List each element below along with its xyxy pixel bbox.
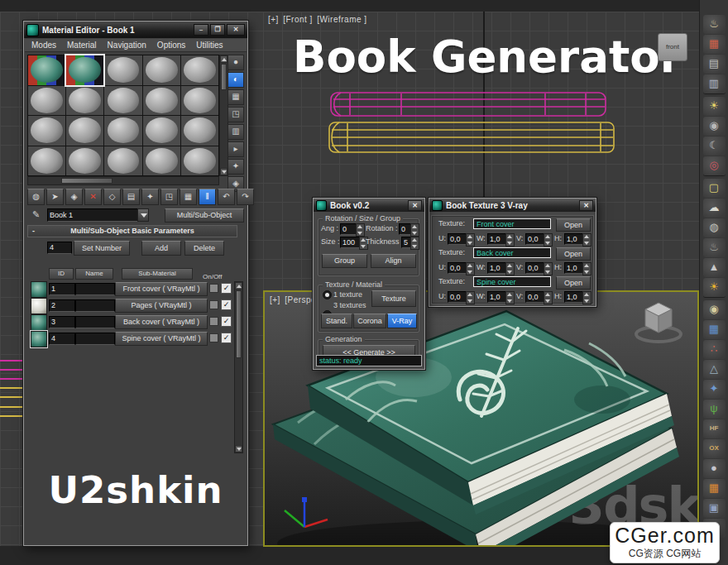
- v-spinner[interactable]: [544, 262, 553, 275]
- sub-material-thumbnail[interactable]: [31, 298, 47, 314]
- close-icon[interactable]: ✕: [227, 24, 245, 36]
- get-material-icon[interactable]: ◍: [27, 189, 45, 205]
- sub-material-button[interactable]: Spine cover ( VRayMtl ): [115, 332, 208, 346]
- add-button[interactable]: Add: [141, 241, 181, 256]
- video-post-icon[interactable]: ◎: [703, 156, 726, 176]
- cone-sample-icon[interactable]: ▲: [703, 258, 726, 277]
- texture-button[interactable]: Texture: [371, 290, 416, 307]
- scrollbar-thumb[interactable]: [236, 290, 242, 358]
- material-sample-slot[interactable]: [28, 116, 65, 146]
- material-name-dropdown[interactable]: Book 1: [47, 208, 141, 222]
- video-color-check-icon[interactable]: ▥: [228, 124, 244, 140]
- h-spinner[interactable]: [582, 291, 592, 304]
- viewcube[interactable]: [631, 297, 686, 345]
- material-sample-slot[interactable]: [143, 146, 180, 176]
- menu-options[interactable]: Options: [157, 41, 185, 50]
- scroll-down-arrow[interactable]: [235, 445, 242, 452]
- onoff-checkbox[interactable]: ✓: [221, 283, 232, 294]
- material-sample-slot[interactable]: [66, 116, 103, 146]
- material-sample-slot[interactable]: [104, 116, 141, 146]
- pick-material-pipette-icon[interactable]: ✎: [32, 209, 40, 220]
- batch-render-icon[interactable]: ▢: [703, 179, 726, 198]
- menu-utilities[interactable]: Utilities: [196, 41, 223, 50]
- name-field[interactable]: [75, 316, 115, 328]
- material-sample-slot[interactable]: [143, 116, 180, 146]
- rendered-frame-icon[interactable]: ▥: [703, 74, 726, 94]
- set-number-button[interactable]: Set Number: [74, 241, 130, 256]
- grass-icon[interactable]: ψ: [703, 400, 726, 419]
- material-sample-slot[interactable]: [28, 55, 65, 85]
- front-cover-field[interactable]: Front cover: [473, 218, 551, 229]
- scroll-up-arrow[interactable]: [220, 55, 228, 63]
- material-sample-slot[interactable]: [181, 116, 218, 146]
- clipboard-icon[interactable]: ▣: [703, 499, 726, 518]
- viewport-menu-shading[interactable]: [Wireframe ]: [317, 15, 366, 24]
- render-production-icon[interactable]: ♨: [703, 15, 726, 34]
- three-textures-label[interactable]: 3 textures: [333, 301, 366, 309]
- onoff-checkbox[interactable]: ✓: [221, 333, 232, 343]
- put-to-library-icon[interactable]: ▤: [122, 189, 140, 205]
- open-button[interactable]: Open: [556, 247, 591, 261]
- color-swatch[interactable]: [209, 300, 218, 309]
- close-icon[interactable]: ✕: [408, 200, 422, 211]
- material-sample-slot[interactable]: [28, 146, 65, 176]
- u-spinner[interactable]: [466, 233, 475, 247]
- name-column-header[interactable]: Name: [75, 268, 113, 280]
- molecule-icon[interactable]: ∴: [703, 340, 726, 359]
- minimize-icon[interactable]: –: [194, 24, 208, 36]
- align-button[interactable]: Align: [371, 254, 416, 268]
- rollout-collapse-icon[interactable]: -: [32, 226, 35, 236]
- w-spinner[interactable]: [505, 262, 515, 275]
- sunlight-icon[interactable]: ☀: [703, 278, 726, 298]
- material-sample-slot[interactable]: [28, 86, 65, 116]
- sub-material-thumbnail[interactable]: [31, 281, 47, 298]
- sub-material-column-header[interactable]: Sub-Material: [122, 268, 193, 280]
- go-to-parent-icon[interactable]: ↶: [218, 189, 235, 205]
- ang-spinner[interactable]: [356, 223, 365, 237]
- turtle-hf-icon[interactable]: HF: [703, 419, 726, 438]
- material-sample-slot[interactable]: [143, 86, 180, 116]
- rock-icon[interactable]: ✦: [703, 380, 726, 399]
- id-field[interactable]: 4: [49, 333, 75, 345]
- material-sample-slot[interactable]: [181, 86, 218, 116]
- backlight-icon[interactable]: ◐: [228, 72, 244, 88]
- sample-uv-tiling-icon[interactable]: ◳: [228, 107, 244, 122]
- menu-modes[interactable]: Modes: [31, 41, 56, 50]
- material-sample-slot[interactable]: [66, 86, 103, 116]
- environment-icon[interactable]: ☾: [703, 136, 726, 156]
- id-field[interactable]: 3: [49, 316, 75, 328]
- material-count-field[interactable]: 4: [47, 242, 72, 254]
- w-spinner[interactable]: [505, 291, 515, 304]
- standard-button[interactable]: Stand.: [321, 314, 352, 328]
- h-spinner[interactable]: [582, 233, 592, 247]
- scroll-up-arrow[interactable]: [235, 282, 242, 290]
- vray-button[interactable]: V-Ray: [387, 314, 417, 328]
- go-forward-sibling-icon[interactable]: ↷: [237, 189, 254, 205]
- viewport-menu-view[interactable]: [Front ]: [283, 15, 313, 24]
- material-editor-icon[interactable]: ▤: [703, 55, 726, 74]
- color-swatch[interactable]: [209, 284, 218, 293]
- show-background-icon[interactable]: ◳: [160, 189, 178, 205]
- options-icon[interactable]: ✦: [228, 159, 244, 175]
- u-spinner[interactable]: [466, 291, 475, 304]
- color-swatch[interactable]: [209, 333, 218, 342]
- sub-material-button[interactable]: Front cover ( VRayMtl ): [115, 282, 208, 296]
- color-swatch[interactable]: [209, 317, 218, 326]
- maximize-icon[interactable]: ❐: [210, 24, 225, 36]
- show-map-in-viewport-icon[interactable]: ▦: [180, 189, 197, 205]
- spine-cover-field[interactable]: Spine cover: [473, 276, 551, 287]
- material-sample-slot[interactable]: [104, 55, 141, 85]
- sphere-sample-icon[interactable]: ●: [703, 459, 726, 478]
- sphere-ring-icon[interactable]: ◉: [703, 300, 726, 319]
- rollout-scrollbar[interactable]: [234, 281, 243, 453]
- material-id-channel-icon[interactable]: ✦: [141, 189, 159, 205]
- id-column-header[interactable]: ID: [49, 268, 74, 280]
- material-sample-slot[interactable]: [181, 146, 218, 176]
- v-spinner[interactable]: [544, 291, 553, 304]
- close-icon[interactable]: ✕: [579, 200, 593, 211]
- open-button[interactable]: Open: [556, 276, 591, 290]
- scrollbar-thumb[interactable]: [221, 64, 227, 90]
- material-sample-slot[interactable]: [181, 55, 218, 85]
- u-spinner[interactable]: [466, 262, 475, 275]
- render-setup-icon[interactable]: ▦: [703, 35, 726, 54]
